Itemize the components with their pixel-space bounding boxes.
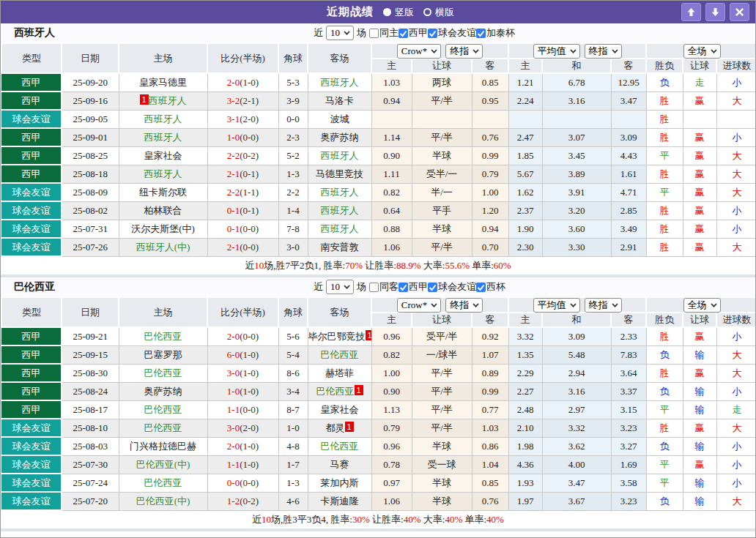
scope-select[interactable]: 全场 [683, 298, 721, 313]
odds-handicap: 受一球 [412, 455, 472, 474]
column-subheader: 让球 [412, 59, 472, 73]
score: 6-0(1-0) [207, 345, 278, 364]
away-team: 赫塔菲 [308, 364, 371, 382]
avg-away: 3.27 [611, 437, 646, 455]
chevron-down-icon [431, 303, 437, 307]
odds-away: 0.85 [472, 73, 508, 91]
league-checkbox[interactable] [399, 29, 408, 38]
avg-home: 1.35 [508, 345, 542, 364]
odds-home: 0.64 [371, 201, 412, 220]
match-type: 球会友谊 [1, 220, 62, 238]
score: 1-2(0-2) [207, 492, 278, 510]
odds-time-select[interactable]: 终指 [445, 44, 483, 59]
radio-horizontal[interactable]: 横版 [423, 6, 454, 19]
avg-type-select[interactable]: 平均值 [533, 298, 580, 313]
result-handicap: 赢 [683, 146, 716, 165]
odds-company-select[interactable]: Crow* [397, 298, 441, 313]
home-team: 沃尔夫斯堡(中) [119, 220, 207, 238]
result-goals: 大 [716, 165, 756, 183]
result-outcome: 负 [646, 437, 683, 455]
move-down-button[interactable] [705, 3, 725, 21]
match-row: 西甲25-08-30巴伦西亚3-0(1-0)8-6赫塔菲1.00平/半0.892… [1, 364, 756, 382]
match-date: 25-08-17 [62, 400, 119, 419]
league-checkbox[interactable] [399, 283, 408, 292]
avg-away: 3.15 [611, 400, 646, 419]
odds-time-select[interactable]: 终指 [445, 298, 483, 313]
result-handicap: 赢 [683, 165, 716, 183]
close-icon [735, 7, 744, 17]
match-row: 西甲25-09-15巴塞罗那6-0(1-0)5-4巴伦西亚0.82一/球半1.0… [1, 345, 756, 364]
move-up-button[interactable] [681, 3, 701, 21]
match-date: 25-07-20 [62, 492, 119, 510]
odds-away: 0.86 [472, 437, 508, 455]
away-team: 南安普敦 [308, 238, 371, 256]
recent-results-panel: 近期战绩 竖版 横版 西班牙人近10场同主西甲球会友谊加泰杯类型日期主场比分(半… [0, 0, 756, 538]
avg-home: 2.24 [508, 91, 542, 110]
home-team: 巴伦西亚(中) [119, 492, 207, 510]
odds-away: 1.20 [472, 201, 508, 220]
match-row: 西甲25-09-21巴伦西亚2-0(0-0)5-6毕尔巴鄂竞技10.96受平/半… [1, 327, 756, 345]
avg-type-select[interactable]: 平均值 [533, 44, 580, 59]
result-outcome: 负 [646, 73, 683, 91]
same-venue-checkbox[interactable] [369, 29, 379, 38]
corner-score: 8-7 [278, 400, 308, 419]
match-type: 西甲 [1, 345, 62, 364]
corner-score: 7-8 [278, 220, 308, 238]
radio-vertical[interactable]: 竖版 [383, 6, 414, 19]
avg-draw: 3.45 [542, 146, 611, 165]
result-goals: 小 [716, 437, 756, 455]
avg-home: 2.37 [508, 201, 542, 220]
odds-home: 0.94 [371, 91, 412, 110]
home-team: 巴伦西亚 [119, 400, 207, 419]
match-type: 球会友谊 [1, 455, 62, 474]
match-type: 西甲 [1, 91, 62, 110]
summary-row: 近10场,胜7平2负1, 胜率:70% 让胜率:88.9% 大率:55.6% 单… [1, 257, 755, 274]
same-venue-checkbox[interactable] [369, 283, 379, 292]
odds-handicap: 受半/一 [412, 165, 472, 183]
avg-time-select[interactable]: 终指 [585, 298, 622, 313]
result-goals [716, 110, 756, 128]
odds-away: 0.70 [472, 238, 508, 256]
match-type: 西甲 [1, 327, 62, 345]
recent-count-select[interactable]: 10 [326, 26, 354, 40]
result-handicap: 赢 [683, 455, 716, 474]
matches-table: 类型日期主场比分(半场)角球客场Crow*终指平均值终指全场主让球客主和客胜负让… [1, 42, 756, 257]
result-goals: 大 [716, 238, 756, 256]
section-divider [1, 528, 755, 531]
match-row: 西甲25-09-161西班牙人3-2(2-1)3-9马洛卡0.94平/半0.95… [1, 91, 756, 110]
home-team: 皇家马德里 [119, 73, 207, 91]
home-team: 皇家社会 [119, 146, 207, 165]
column-subheader: 和 [542, 313, 611, 327]
chevron-down-icon [711, 49, 717, 53]
result-outcome: 胜 [646, 128, 683, 146]
result-handicap: 输 [683, 400, 716, 419]
league-checkbox[interactable] [476, 29, 486, 38]
recent-count-select[interactable]: 10 [326, 280, 354, 294]
avg-draw: 3.67 [542, 492, 611, 510]
odds-handicap: 平手 [412, 201, 472, 220]
avg-draw: 3.47 [542, 474, 611, 492]
match-date: 25-08-30 [62, 364, 119, 382]
away-team: 西班牙人 [308, 220, 371, 238]
odds-away: 0.99 [472, 382, 508, 400]
score: 2-1(0-0) [207, 238, 278, 256]
result-goals: 小 [716, 474, 756, 492]
chevron-down-icon [612, 303, 618, 307]
match-row: 球会友谊25-07-24巴伦西亚0-0(0-0)1-3莱加内斯0.97半球0.8… [1, 474, 756, 492]
avg-draw: 3.62 [542, 437, 611, 455]
column-subheader: 让球 [683, 59, 716, 73]
league-checkbox[interactable] [428, 29, 437, 38]
match-type: 球会友谊 [1, 474, 62, 492]
close-button[interactable] [730, 3, 749, 21]
avg-time-select[interactable]: 终指 [585, 44, 622, 59]
score: 1-0(1-0) [207, 382, 278, 400]
avg-away: 3.23 [611, 419, 646, 437]
away-team: 都灵1 [308, 419, 371, 437]
league-checkbox[interactable] [428, 283, 437, 292]
result-goals: 大 [716, 364, 756, 382]
match-row: 球会友谊25-08-10巴伦西亚3-0(2-0)1-0都灵10.79平/半1.0… [1, 419, 756, 437]
scope-select[interactable]: 全场 [683, 44, 721, 59]
odds-company-select[interactable]: Crow* [397, 44, 441, 59]
avg-draw: 3.07 [542, 128, 611, 146]
league-checkbox[interactable] [476, 283, 486, 292]
